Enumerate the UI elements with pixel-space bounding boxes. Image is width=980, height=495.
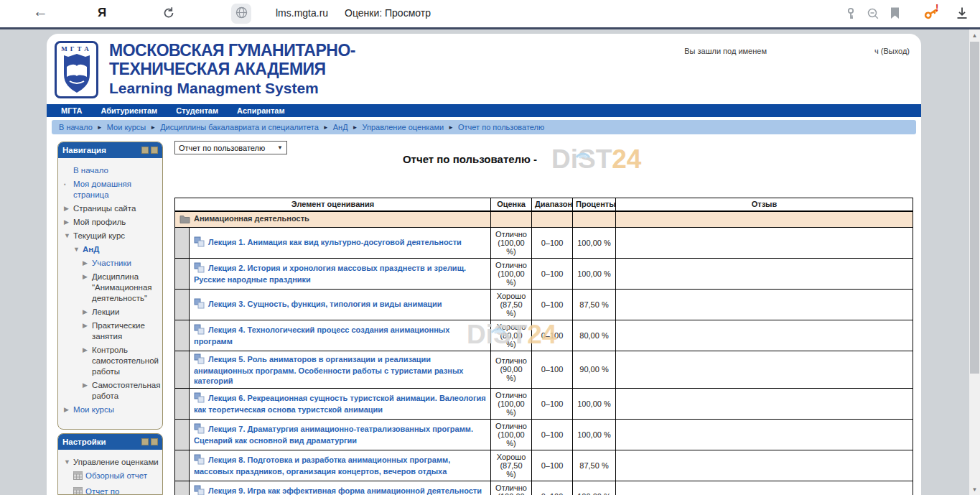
dock-block-icon[interactable] [151, 147, 158, 154]
academy-logo[interactable]: МГТА [55, 41, 98, 98]
sidebar-item[interactable]: ▶Мой профиль [62, 217, 160, 228]
breadcrumb-link[interactable]: АнД [333, 123, 348, 131]
empty-cell [616, 211, 913, 228]
breadcrumb-separator-icon: ► [150, 124, 156, 131]
sidebar-item[interactable]: ▪Моя домашняя страница [62, 179, 160, 200]
grade-item-link[interactable]: Лекция 9. Игра как эффективная форма ани… [194, 486, 482, 495]
sidebar-item[interactable]: ▶Контроль самостоятельной работы [62, 345, 160, 377]
sidebar-item[interactable]: ▶Участники [62, 258, 160, 269]
range-cell: 0–100 [532, 388, 573, 419]
zoom-out-icon[interactable] [866, 6, 880, 21]
grade-item-link[interactable]: Лекция 1. Анимация как вид культурно-дос… [208, 238, 462, 246]
range-cell: 0–100 [532, 450, 573, 481]
scrollbar-thumb[interactable] [970, 42, 979, 374]
sidebar-item-label: АнД [83, 244, 99, 255]
sidebar-item-label: Самостоятельная работа [92, 380, 160, 402]
breadcrumb-link[interactable]: В начало [59, 123, 93, 131]
collapse-block-icon[interactable] [141, 147, 149, 154]
breadcrumb-link[interactable]: Мои курсы [107, 123, 146, 131]
sidebar-item[interactable]: ▼Управление оценками [62, 457, 160, 468]
nav-menu-item[interactable]: Аспирантам [237, 106, 284, 115]
page-heading: Отчет по пользователю - [174, 153, 913, 165]
breadcrumb-link[interactable]: Отчет по пользователю [458, 123, 544, 131]
site-badge[interactable] [231, 4, 251, 24]
sidebar-item[interactable]: В начало [62, 165, 160, 176]
feedback-cell [616, 289, 913, 320]
sidebar-item[interactable]: ▶Лекции [62, 307, 160, 318]
range-cell: 0–100 [532, 227, 573, 258]
back-icon[interactable]: ← [33, 3, 48, 20]
sidebar-item[interactable]: ▶Мои курсы [62, 404, 160, 415]
collapse-block-icon[interactable] [141, 438, 149, 445]
breadcrumb-link[interactable]: Дисциплины бакалавриата и специалитета [160, 123, 319, 131]
sidebar-item[interactable]: ▶Практические занятия [62, 320, 160, 342]
settings-block-body: ▼Управление оценкамиОбзорный отчетОтчет … [58, 450, 162, 495]
logout-link[interactable]: ч (Выход) [874, 47, 910, 55]
item-cell: Лекция 8. Подготовка и разработка анимац… [190, 450, 491, 481]
scroll-up-icon[interactable]: ▲ [969, 32, 980, 39]
breadcrumb-link[interactable]: Управление оценками [363, 123, 444, 131]
protect-key-alert-icon[interactable]: ! [922, 4, 940, 22]
sidebar-item[interactable]: ▼АнД [62, 244, 160, 255]
grade-row: Лекция 2. История и хронология массовых … [175, 258, 913, 289]
address-url[interactable]: lms.mgta.ru [276, 7, 328, 19]
browser-toolbar: ← Я lms.mgta.ru Оценки: Просмотр ! [0, 0, 980, 27]
percent-cell: 87,50 % [573, 450, 616, 481]
grade-item-link[interactable]: Лекция 2. История и хронология массовых … [194, 264, 466, 284]
grade-item-link[interactable]: Лекция 7. Драматургия анимационно-театра… [194, 425, 473, 445]
breadcrumb: В начало►Мои курсы►Дисциплины бакалавриа… [52, 120, 916, 134]
bookmark-icon[interactable] [890, 7, 900, 19]
lesson-icon [194, 236, 205, 249]
collapsed-arrow-icon: ▶ [83, 380, 92, 391]
password-key-icon[interactable] [844, 6, 860, 22]
sidebar-item[interactable]: ▶Самостоятельная работа [62, 380, 160, 402]
percent-cell: 87,50 % [573, 289, 616, 320]
lesson-icon [194, 454, 205, 466]
row-spacer-cell [175, 388, 190, 419]
grade-report-table: Элемент оцениванияОценкаДиапазонПроценты… [174, 198, 913, 495]
grade-row: Лекция 5. Роль аниматоров в организации … [175, 351, 913, 388]
grade-item-link[interactable]: Лекция 5. Роль аниматоров в организации … [194, 355, 464, 385]
grade-cell: Хорошо(87,50 %) [491, 289, 532, 320]
column-header: Оценка [491, 198, 532, 211]
nav-menu-item[interactable]: Студентам [176, 106, 218, 115]
feedback-cell [616, 419, 913, 450]
expanded-arrow-icon: ▼ [64, 231, 73, 241]
sidebar-item[interactable]: Отчет по пользователю [62, 486, 160, 495]
grade-item-link[interactable]: Лекция 3. Сущность, функция, типология и… [208, 300, 442, 308]
nav-menu-item[interactable]: МГТА [61, 106, 82, 115]
grade-item-link[interactable]: Лекция 4. Технологический процесс создан… [194, 325, 449, 346]
percent-cell: 90,00 % [573, 351, 616, 388]
grade-item-link[interactable]: Лекция 6. Рекреационная сущность туристс… [194, 394, 486, 414]
collapsed-arrow-icon: ▶ [83, 345, 92, 356]
empty-cell [573, 211, 616, 228]
dock-block-icon[interactable] [151, 438, 158, 445]
yandex-icon[interactable]: Я [98, 6, 106, 20]
alert-exclamation: ! [935, 2, 938, 13]
sidebar-item[interactable]: ▶Страницы сайта [62, 203, 160, 214]
row-spacer-cell [175, 419, 190, 450]
sidebar-item[interactable]: ▼Текущий курс [62, 231, 160, 241]
vertical-scrollbar[interactable]: ▲ ▼ [969, 29, 980, 495]
row-spacer-cell [175, 481, 190, 495]
grade-item-link[interactable]: Лекция 8. Подготовка и разработка анимац… [194, 455, 450, 476]
scroll-down-icon[interactable]: ▼ [969, 486, 980, 493]
refresh-icon[interactable] [162, 6, 175, 19]
sidebar-item[interactable]: ▶Дисциплина "Анимационная деятельность" [62, 272, 160, 304]
sidebar-item-label: Моя домашняя страница [73, 179, 160, 200]
category-row: Анимационная деятельность [175, 211, 913, 228]
row-spacer-cell [175, 289, 190, 320]
row-spacer-cell [175, 227, 190, 258]
nav-menu-item[interactable]: Абитуриентам [101, 106, 157, 115]
collapsed-arrow-icon: ▶ [64, 404, 73, 415]
login-prefix: Вы зашли под именем [684, 47, 767, 55]
navigation-block: Навигация В начало▪Моя домашняя страница… [57, 142, 163, 430]
content-card: МГТА МОСКОВСКАЯ ГУМАНИТАРНО- ТЕХНИЧЕСКАЯ… [47, 34, 921, 495]
sidebar-item[interactable]: Обзорный отчет [62, 471, 160, 484]
collapsed-arrow-icon: ▶ [83, 320, 92, 331]
download-icon[interactable] [955, 6, 969, 20]
sidebar-item-label: Мои курсы [73, 404, 114, 415]
row-spacer-cell [175, 320, 190, 351]
empty-cell [491, 211, 532, 228]
sidebar-item-label: Отчет по пользователю [85, 486, 160, 495]
